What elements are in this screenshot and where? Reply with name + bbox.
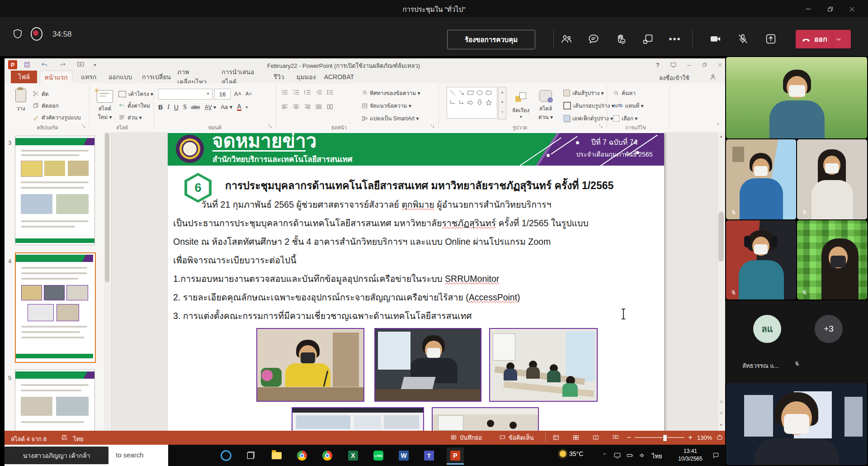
- shape-elbow-arrow-icon[interactable]: [458, 99, 465, 106]
- new-slide-button[interactable]: ✳ สไลด์ ใหม่ ▾: [93, 87, 117, 124]
- more-options-icon[interactable]: •••: [667, 31, 683, 47]
- shape-outline-button[interactable]: เส้นกรอบรูปร่าง ▾: [563, 101, 614, 110]
- tab-slideshow[interactable]: การนำเสนอสไลด์: [222, 71, 265, 83]
- find-button[interactable]: ค้นหา: [613, 89, 636, 97]
- sign-in-link[interactable]: ลงชื่อเข้าใช้: [659, 73, 689, 83]
- leave-options-chevron-icon[interactable]: [835, 35, 843, 43]
- tab-home[interactable]: หน้าแรก: [40, 71, 72, 83]
- quick-styles-button[interactable]: สไตล์ ด่วน ▾: [534, 87, 557, 124]
- line-spacing-icon[interactable]: [326, 89, 334, 96]
- status-language[interactable]: ไทย: [73, 434, 84, 444]
- ppt-close-icon[interactable]: [714, 60, 725, 69]
- comments-button[interactable]: ข้อคิดเห็น: [499, 433, 534, 442]
- decrease-indent-icon[interactable]: [304, 89, 311, 96]
- slide-page[interactable]: จดหมายข่าว สำนักวิทยบริการและเทคโนโลยีสา…: [168, 132, 664, 431]
- scroll-up-icon[interactable]: ▲: [717, 133, 725, 139]
- align-center-icon[interactable]: [292, 103, 300, 110]
- line-app-icon[interactable]: LINE: [372, 449, 385, 462]
- fit-slide-to-window-icon[interactable]: [715, 433, 724, 442]
- tab-file[interactable]: ไฟล์: [11, 71, 37, 83]
- customize-qat-chevron-icon[interactable]: ▾: [91, 60, 99, 69]
- shapes-gallery-scrollbar[interactable]: ▴▾▿: [498, 87, 506, 119]
- tab-view[interactable]: มุมมอง: [293, 71, 319, 83]
- reset-button[interactable]: ตั้งค่าใหม่: [118, 101, 150, 110]
- convert-smartart-button[interactable]: แปลงเป็น SmartArt ▾: [362, 114, 419, 123]
- zoom-slider-handle[interactable]: [663, 434, 667, 442]
- text-direction-button[interactable]: ทิศทางของข้อความ ▾: [362, 89, 420, 97]
- display-tray-icon[interactable]: [612, 450, 622, 460]
- shrink-font-button[interactable]: A˅: [244, 89, 253, 99]
- shape-star-icon[interactable]: [485, 99, 492, 106]
- character-spacing-button[interactable]: A̲V̲ ▾: [205, 104, 216, 110]
- ppt-restore-icon[interactable]: [699, 60, 710, 69]
- shape-arrow-icon[interactable]: [458, 89, 465, 96]
- columns-icon[interactable]: [326, 103, 334, 110]
- reactions-icon[interactable]: [613, 31, 628, 47]
- bullets-icon[interactable]: [281, 89, 288, 96]
- breakout-rooms-icon[interactable]: [640, 31, 656, 47]
- shadow-button[interactable]: S: [183, 104, 187, 111]
- overflow-participants-badge[interactable]: +3: [815, 315, 843, 343]
- chat-icon[interactable]: [586, 31, 601, 47]
- start-slideshow-icon[interactable]: [76, 60, 85, 69]
- grow-font-button[interactable]: A˄: [233, 89, 242, 99]
- minimize-window-icon[interactable]: [799, 4, 817, 14]
- increase-indent-icon[interactable]: [315, 89, 322, 96]
- slide-photo-1[interactable]: [256, 328, 364, 402]
- font-color-button[interactable]: A: [237, 103, 241, 111]
- shape-block-arrow-right-icon[interactable]: [467, 99, 474, 106]
- slide-thumbnail-5[interactable]: [15, 369, 95, 431]
- collapse-ribbon-icon[interactable]: ⌃: [713, 121, 722, 129]
- cut-button[interactable]: ตัด: [33, 90, 49, 98]
- slide-scrollbar[interactable]: ▲ ▼: [717, 132, 725, 431]
- shape-rectangle-icon[interactable]: [467, 89, 474, 96]
- align-text-button[interactable]: จัดแนวข้อความ ▾: [362, 101, 411, 110]
- file-explorer-icon[interactable]: [270, 449, 283, 462]
- slide-thumbnail-4-selected[interactable]: [15, 252, 96, 363]
- align-right-icon[interactable]: [304, 103, 311, 110]
- shape-rounded-rect-icon[interactable]: [485, 89, 492, 96]
- format-painter-button[interactable]: ตัวคัดวางรูปแบบ: [33, 113, 81, 122]
- tab-design[interactable]: ออกแบบ: [105, 71, 136, 83]
- zoom-out-button[interactable]: −: [625, 433, 633, 442]
- slide-photo-5[interactable]: [432, 407, 539, 431]
- hidden-icons-chevron-icon[interactable]: ⌃: [599, 450, 609, 460]
- undo-icon[interactable]: [40, 60, 49, 69]
- shapes-gallery[interactable]: [447, 87, 497, 119]
- powerpoint-taskbar-icon-active[interactable]: P: [447, 447, 464, 465]
- cortana-icon[interactable]: [220, 449, 232, 462]
- numbering-icon[interactable]: [292, 89, 300, 96]
- align-left-icon[interactable]: [281, 103, 288, 110]
- tab-acrobat[interactable]: ACROBAT: [323, 71, 355, 83]
- excel-icon[interactable]: X: [347, 449, 359, 462]
- volume-tray-icon[interactable]: [637, 450, 647, 460]
- request-control-button[interactable]: ร้องขอการควบคุม: [447, 30, 535, 49]
- save-icon[interactable]: [23, 60, 32, 69]
- shape-fill-button[interactable]: เติมสีรูปร่าง ▾: [563, 89, 604, 97]
- font-dialog-launcher-icon[interactable]: [267, 123, 273, 129]
- copy-button[interactable]: คัดลอก: [33, 101, 59, 110]
- zoom-in-button[interactable]: +: [686, 433, 694, 442]
- zoom-slider[interactable]: [635, 437, 684, 438]
- notes-button[interactable]: บันทึกย่อ: [450, 433, 482, 442]
- participant-video[interactable]: [726, 220, 796, 300]
- slideshow-view-icon[interactable]: [610, 433, 621, 442]
- spell-check-icon[interactable]: [60, 433, 70, 442]
- ribbon-display-options-icon[interactable]: [668, 60, 678, 69]
- scroll-down-icon[interactable]: ▼: [717, 422, 725, 428]
- shape-line-icon[interactable]: [449, 89, 456, 96]
- slide-photo-4[interactable]: [292, 407, 424, 431]
- underline-button[interactable]: U: [174, 104, 179, 111]
- shape-effects-button[interactable]: เอฟเฟ็กต์รูปร่าง ▾: [563, 114, 613, 123]
- scrollbar-thumb[interactable]: [105, 133, 109, 282]
- browser-chrome-icon[interactable]: [321, 449, 334, 462]
- word-icon[interactable]: W: [397, 449, 410, 462]
- mic-muted-icon[interactable]: [735, 31, 750, 47]
- font-name-dropdown-icon[interactable]: ▾: [204, 89, 212, 99]
- slide-sorter-view-icon[interactable]: [571, 433, 581, 442]
- bold-button[interactable]: B: [158, 104, 163, 111]
- help-icon[interactable]: ?: [653, 60, 663, 69]
- participant-video[interactable]: [797, 220, 867, 300]
- clipboard-dialog-launcher-icon[interactable]: [80, 123, 87, 129]
- drawing-dialog-launcher-icon[interactable]: [598, 123, 604, 129]
